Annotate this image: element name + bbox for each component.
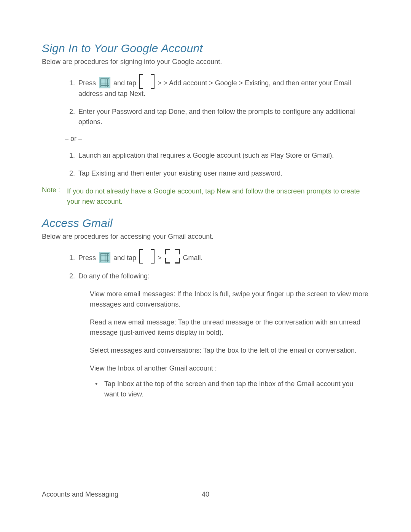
note-text: If you do not already have a Google acco… (67, 186, 369, 207)
note-label: Note : (42, 186, 63, 207)
step-text: and tap (112, 254, 138, 262)
gmail-sub-b: Read a new email message: Tap the unread… (90, 317, 369, 338)
menu-bracket-icon (139, 74, 155, 89)
footer-section: Accounts and Messaging (42, 490, 118, 498)
gmail-bullets: Tap Inbox at the top of the screen and t… (94, 379, 369, 399)
signin-alt-step-2: Tap Existing and then enter your existin… (77, 168, 369, 179)
intro-gmail: Below are procedures for accessing your … (42, 233, 369, 241)
intro-signin: Below are procedures for signing into yo… (42, 58, 369, 66)
gmail-sub-a: View more email messages: If the Inbox i… (90, 289, 369, 310)
signin-alt-step-1: Launch an application that requires a Go… (77, 150, 369, 161)
document-page: Sign In to Your Google Account Below are… (0, 0, 411, 532)
step-text: Gmail. (181, 254, 203, 262)
gmail-app-icon (165, 249, 180, 264)
gmail-bullet-1: Tap Inbox at the top of the screen and t… (94, 379, 369, 399)
signin-steps-primary: Press and tap > > Add account > Google >… (42, 74, 369, 127)
gmail-step-2: Do any of the following: View more email… (77, 271, 369, 399)
page-footer: Accounts and Messaging 40 (42, 490, 369, 498)
gmail-steps: Press and tap > Gmail. Do any of the fol… (42, 249, 369, 399)
step-text: Press (78, 79, 98, 87)
signin-step-1: Press and tap > > Add account > Google >… (77, 74, 369, 99)
heading-signin: Sign In to Your Google Account (42, 42, 369, 55)
heading-gmail: Access Gmail (42, 217, 369, 230)
or-divider: – or – (65, 135, 369, 143)
gmail-sub-d: View the Inbox of another Gmail account … (90, 363, 369, 374)
signin-step-2: Enter your Password and tap Done, and th… (77, 107, 369, 127)
step-text: Do any of the following: (78, 272, 150, 280)
signin-steps-alt: Launch an application that requires a Go… (42, 150, 369, 179)
footer-page-number: 40 (202, 490, 209, 498)
menu-bracket-icon (139, 249, 155, 264)
gmail-step-1: Press and tap > Gmail. (77, 249, 369, 264)
apps-grid-icon (99, 77, 110, 88)
step-text: Press (78, 254, 98, 262)
apps-grid-icon (99, 252, 110, 263)
step-text: and tap (112, 79, 138, 87)
note-row: Note : If you do not already have a Goog… (42, 186, 369, 207)
step-text: > (156, 254, 164, 262)
gmail-sub-c: Select messages and conversations: Tap t… (90, 345, 369, 356)
